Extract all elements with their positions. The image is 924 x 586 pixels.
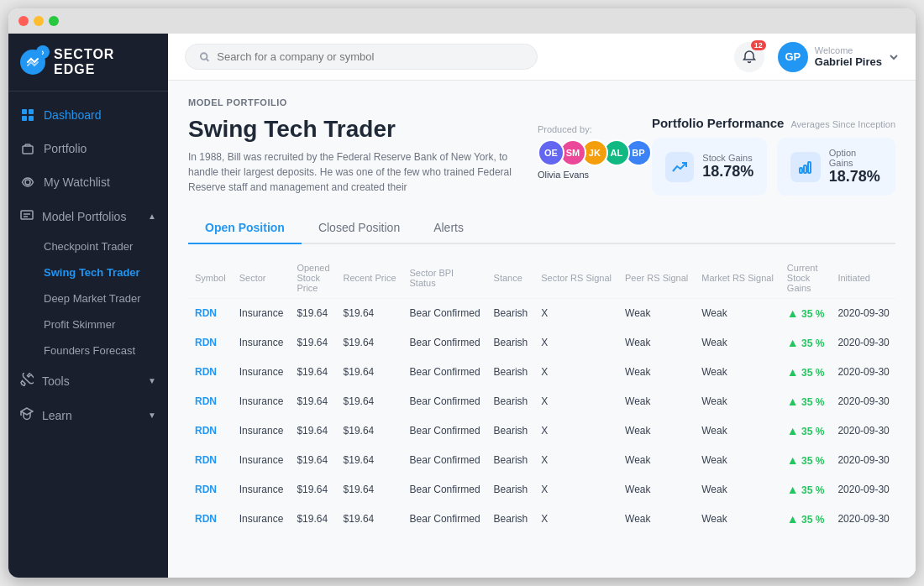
- bpi-status-cell: Bear Confirmed: [403, 299, 487, 328]
- topbar-right: 12 GP Welcome Gabriel Pires: [734, 42, 899, 72]
- sidebar-section-tools[interactable]: Tools ▼: [8, 364, 168, 398]
- sector-rs-cell: X: [534, 505, 618, 534]
- sidebar-item-founders-forecast[interactable]: Founders Forecast: [8, 337, 168, 364]
- col-sector-rs: Sector RS Signal: [534, 258, 618, 299]
- recent-price-cell: $19.64: [337, 328, 403, 358]
- opened-price-cell: $19.64: [290, 446, 336, 475]
- svg-rect-6: [21, 211, 33, 219]
- tools-label: Tools: [42, 374, 70, 388]
- chevron-right-icon: ▼: [148, 376, 156, 385]
- market-rs-cell: Weak: [695, 446, 780, 475]
- portfolio-title-section: Swing Tech Trader In 1988, Bill was recr…: [188, 116, 538, 195]
- symbol-link[interactable]: RDN: [195, 337, 217, 348]
- user-info: Welcome Gabriel Pires: [815, 45, 882, 68]
- maximize-button[interactable]: [49, 16, 59, 26]
- svg-point-7: [201, 53, 207, 60]
- sidebar-item-dashboard[interactable]: Dashboard: [8, 98, 168, 132]
- search-input[interactable]: [217, 50, 523, 63]
- symbol-link[interactable]: RDN: [195, 454, 217, 466]
- initiated-cell: 2020-09-30: [831, 299, 895, 328]
- minimize-button[interactable]: [34, 16, 44, 26]
- table-row: RDN Insurance $19.64 $19.64 Bear Confirm…: [188, 446, 895, 475]
- welcome-label: Welcome: [815, 45, 882, 55]
- content-area: MODEL PORTFOILIO Swing Tech Trader In 19…: [168, 81, 916, 578]
- symbol-link[interactable]: RDN: [195, 513, 217, 525]
- sidebar: › SECTOR EDGE Dashboard: [8, 34, 168, 578]
- option-gains-label: Option Gains: [829, 148, 882, 168]
- svg-rect-2: [22, 116, 27, 121]
- sidebar-item-deep-market-trader[interactable]: Deep Market Trader: [8, 285, 168, 311]
- market-rs-cell: Weak: [695, 416, 780, 446]
- bpi-status-cell: Bear Confirmed: [403, 328, 487, 358]
- peer-rs-cell: Weak: [618, 358, 695, 387]
- sidebar-item-profit-skimmer[interactable]: Profit Skimmer: [8, 311, 168, 337]
- sector-cell: Insurance: [233, 387, 291, 416]
- sector-cell: Insurance: [233, 358, 291, 387]
- svg-rect-3: [29, 116, 34, 121]
- symbol-link[interactable]: RDN: [195, 307, 217, 319]
- table-row: RDN Insurance $19.64 $19.64 Bear Confirm…: [188, 358, 895, 387]
- avatar[interactable]: GP: [778, 42, 808, 72]
- table-row: RDN Insurance $19.64 $19.64 Bear Confirm…: [188, 299, 895, 328]
- recent-price-cell: $19.64: [337, 416, 403, 446]
- search-bar[interactable]: [185, 44, 538, 70]
- sidebar-section-model-portfolios[interactable]: Model Portfolios ▲: [8, 199, 168, 233]
- tab-open-position[interactable]: Open Position: [188, 212, 302, 244]
- sidebar-logo: › SECTOR EDGE: [8, 34, 168, 92]
- stock-gains-label: Stock Gains: [702, 153, 753, 163]
- peer-rs-cell: Weak: [618, 505, 695, 534]
- table-row: RDN Insurance $19.64 $19.64 Bear Confirm…: [188, 475, 895, 505]
- dashboard-icon: [20, 107, 35, 123]
- sidebar-item-portfolio[interactable]: Portfolio: [8, 132, 168, 165]
- svg-rect-8: [800, 168, 802, 173]
- user-section: GP Welcome Gabriel Pires: [778, 42, 899, 72]
- avatars-group: OE SM JK AL BP: [538, 139, 652, 166]
- produced-by-label: Produced by:: [538, 124, 592, 134]
- svg-rect-10: [808, 162, 811, 173]
- tab-alerts[interactable]: Alerts: [417, 212, 480, 244]
- market-rs-cell: Weak: [695, 299, 780, 328]
- tab-closed-position[interactable]: Closed Position: [302, 212, 417, 244]
- symbol-link[interactable]: RDN: [195, 366, 217, 378]
- gain-cell: ▲ 35 %: [780, 358, 832, 387]
- performance-section: Portfolio Performance Averages Since Inc…: [652, 116, 895, 196]
- symbol-link[interactable]: RDN: [195, 395, 217, 407]
- peer-rs-cell: Weak: [618, 416, 695, 446]
- sidebar-item-checkpoint-trader[interactable]: Checkpoint Trader: [8, 233, 168, 259]
- symbol-link[interactable]: RDN: [195, 425, 217, 437]
- col-recent-price: Recent Price: [337, 258, 403, 299]
- sector-rs-cell: X: [534, 299, 618, 328]
- recent-price-cell: $19.64: [337, 299, 403, 328]
- notification-badge: 12: [751, 40, 766, 50]
- opened-price-cell: $19.64: [290, 505, 336, 534]
- opened-price-cell: $19.64: [290, 299, 336, 328]
- stance-cell: Bearish: [487, 328, 535, 358]
- col-stance: Stance: [487, 258, 535, 299]
- gain-cell: ▲ 35 %: [780, 505, 832, 534]
- sidebar-item-swing-tech-trader[interactable]: Swing Tech Trader: [8, 259, 168, 285]
- sector-cell: Insurance: [233, 416, 291, 446]
- initiated-cell: 2020-09-30: [831, 475, 895, 505]
- sidebar-item-label: Portfolio: [44, 142, 87, 155]
- watchlist-icon: [20, 175, 35, 190]
- symbol-link[interactable]: RDN: [195, 484, 217, 495]
- bpi-status-cell: Bear Confirmed: [403, 416, 487, 446]
- chevron-down-icon: [889, 52, 899, 62]
- stance-cell: Bearish: [487, 387, 535, 416]
- sidebar-item-watchlist[interactable]: My Watchlist: [8, 165, 168, 199]
- initiated-cell: 2020-09-30: [831, 505, 895, 534]
- table-header-row: Symbol Sector Opened Stock Price Recent …: [188, 258, 895, 299]
- notifications-button[interactable]: 12: [734, 42, 764, 72]
- stock-gains-card: Stock Gains 18.78%: [652, 138, 768, 196]
- market-rs-cell: Weak: [695, 505, 780, 534]
- sidebar-item-label: Dashboard: [44, 108, 102, 122]
- gain-cell: ▲ 35 %: [780, 446, 832, 475]
- close-button[interactable]: [18, 16, 29, 26]
- learn-label: Learn: [42, 409, 72, 422]
- market-rs-cell: Weak: [695, 328, 780, 358]
- portfolio-icon: [20, 141, 35, 156]
- positions-table: Symbol Sector Opened Stock Price Recent …: [188, 258, 895, 534]
- sector-rs-cell: X: [534, 358, 618, 387]
- sidebar-section-learn[interactable]: Learn ▼: [8, 398, 168, 432]
- expand-indicator: ›: [36, 45, 50, 59]
